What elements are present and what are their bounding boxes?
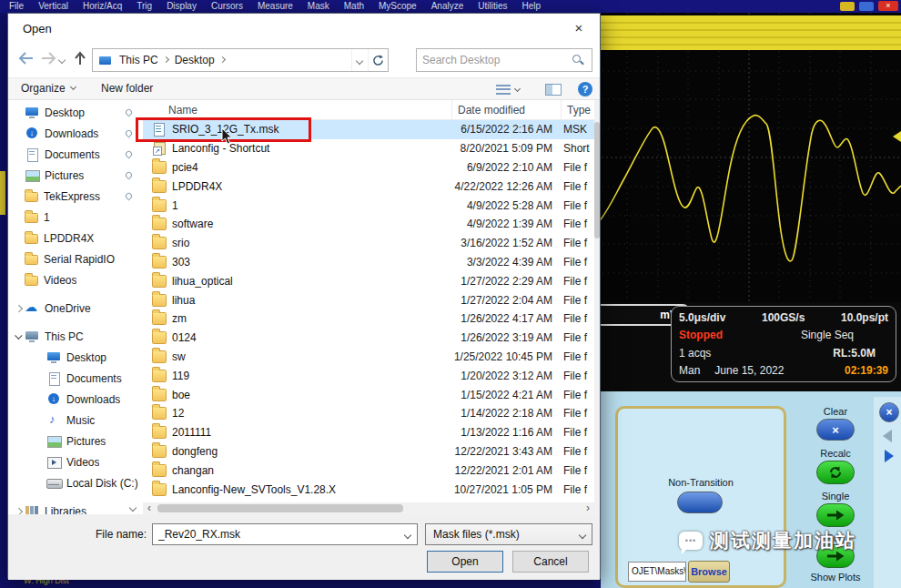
- search-input[interactable]: [417, 54, 572, 66]
- cancel-button[interactable]: Cancel: [512, 551, 589, 573]
- sidebar-item-local-disk-c[interactable]: Local Disk (C:): [8, 472, 141, 493]
- scroll-right-icon[interactable]: ›: [582, 502, 594, 514]
- file-name-input[interactable]: [153, 528, 400, 541]
- address-dropdown-icon[interactable]: [351, 49, 368, 71]
- single-button[interactable]: [816, 503, 855, 527]
- dialog-titlebar[interactable]: Open ×: [8, 14, 600, 43]
- menu-item-cursors[interactable]: Cursors: [204, 0, 250, 13]
- mask-path-field[interactable]: OJET\Masks\P: [628, 562, 686, 582]
- breadcrumb-item-desktop[interactable]: Desktop: [171, 54, 218, 66]
- shortcut-file-icon: [152, 142, 167, 155]
- sidebar-item-serial-rapidio[interactable]: Serial RapidIO: [8, 248, 141, 269]
- file-row-sw[interactable]: sw1/25/2022 10:45 PMFile f: [143, 348, 594, 367]
- breadcrumb-item-this-pc[interactable]: This PC: [116, 54, 162, 66]
- menu-item-utilities[interactable]: Utilities: [471, 0, 514, 13]
- file-row-zm[interactable]: zm1/26/2022 4:17 AMFile f: [143, 309, 594, 329]
- forward-icon[interactable]: [39, 50, 57, 69]
- menu-item-trig[interactable]: Trig: [129, 0, 159, 13]
- menu-item-horiz-acq[interactable]: Horiz/Acq: [76, 0, 129, 13]
- sidebar-item-1[interactable]: 1: [8, 207, 141, 228]
- dialog-close-icon[interactable]: ×: [567, 19, 591, 37]
- sidebar-item-music[interactable]: Music: [8, 410, 141, 431]
- file-row-2011111[interactable]: 20111111/13/2022 1:16 AMFile f: [143, 423, 594, 442]
- sidebar-item-documents[interactable]: Documents: [8, 368, 141, 389]
- file-row-changan[interactable]: changan12/22/2021 2:01 AMFile f: [143, 461, 594, 480]
- sidebar-item-tekexpress[interactable]: TekExpress: [8, 186, 141, 207]
- show-plots-label[interactable]: Show Plots: [795, 572, 876, 583]
- column-header-date-modified[interactable]: Date modified: [452, 100, 562, 120]
- vertical-scrollbar-thumb[interactable]: [594, 122, 600, 238]
- sidebar-item-onedrive[interactable]: OneDrive: [8, 298, 141, 319]
- sidebar-item-videos[interactable]: Videos: [8, 269, 141, 290]
- menu-item-display[interactable]: Display: [159, 0, 204, 13]
- sidebar-item-documents[interactable]: Documents: [8, 144, 141, 165]
- sidebar-item-this-pc[interactable]: This PC: [8, 326, 141, 347]
- new-folder-button[interactable]: New folder: [101, 82, 153, 95]
- view-options-chevron-icon[interactable]: [514, 86, 521, 94]
- up-icon[interactable]: [72, 50, 88, 69]
- file-row-software[interactable]: software4/9/2022 1:39 AMFile f: [143, 215, 594, 234]
- horizontal-scrollbar[interactable]: ‹ ›: [143, 502, 594, 514]
- file-type-dropdown-icon[interactable]: [575, 524, 592, 544]
- file-row-lihua-optical[interactable]: lihua_optical1/27/2022 2:29 AMFile f: [143, 271, 594, 290]
- horizontal-scrollbar-thumb[interactable]: [157, 504, 403, 512]
- scroll-left-icon[interactable]: ‹: [143, 502, 156, 514]
- column-header-type[interactable]: Type: [562, 100, 594, 120]
- file-row-1[interactable]: 14/9/2022 5:28 AMFile f: [143, 196, 594, 215]
- sidebar-scroll-down-icon[interactable]: [128, 504, 137, 513]
- sidebar-item-downloads[interactable]: Downloads: [8, 389, 141, 410]
- open-button[interactable]: Open: [427, 551, 503, 573]
- nav-previous-icon[interactable]: [883, 430, 892, 442]
- file-type-combo[interactable]: Mask files (*.msk): [425, 523, 592, 545]
- refresh-icon[interactable]: [368, 49, 388, 71]
- file-name-dropdown-icon[interactable]: [400, 524, 417, 544]
- file-row-lanconfig-new-svtools-v1-28-x[interactable]: Lanconfig-New_SVTools_V1.28.X10/27/2021 …: [143, 480, 594, 499]
- file-row-srio[interactable]: srio3/16/2022 1:52 AMFile f: [143, 234, 594, 253]
- sidebar-item-lpddr4x[interactable]: LPDDR4X: [8, 228, 141, 248]
- help-icon[interactable]: ?: [578, 82, 592, 96]
- browse-button[interactable]: Browse: [688, 561, 730, 583]
- non-transition-toggle[interactable]: [677, 492, 723, 513]
- preview-pane-icon[interactable]: [545, 84, 562, 96]
- file-row-0124[interactable]: 01241/26/2022 3:19 AMFile f: [143, 329, 594, 348]
- back-icon[interactable]: [17, 50, 35, 69]
- sidebar-item-videos[interactable]: Videos: [8, 451, 141, 472]
- menu-item-file[interactable]: File: [2, 0, 31, 13]
- menu-item-measure[interactable]: Measure: [250, 0, 300, 13]
- organize-button[interactable]: Organize: [21, 82, 77, 95]
- view-options-icon[interactable]: [496, 85, 511, 95]
- menu-item-analyze[interactable]: Analyze: [424, 0, 471, 13]
- collapse-icon[interactable]: [14, 331, 25, 342]
- sidebar-item-desktop[interactable]: Desktop: [8, 102, 141, 123]
- file-row-119[interactable]: 1191/20/2022 3:12 AMFile f: [143, 366, 594, 385]
- vertical-scrollbar[interactable]: [594, 100, 600, 515]
- sidebar-item-pictures[interactable]: Pictures: [8, 431, 141, 451]
- file-row-dongfeng[interactable]: dongfeng12/22/2021 3:43 AMFile f: [143, 442, 594, 461]
- menu-item-myscope[interactable]: MyScope: [371, 0, 424, 13]
- file-row-boe[interactable]: boe1/15/2022 4:21 AMFile f: [143, 385, 594, 404]
- menu-item-vertical[interactable]: Vertical: [31, 0, 76, 13]
- expand-icon[interactable]: [14, 303, 25, 314]
- file-row-12[interactable]: 121/14/2022 2:18 AMFile f: [143, 404, 594, 423]
- clear-button[interactable]: ×: [816, 419, 855, 441]
- file-name-combo[interactable]: [152, 523, 418, 545]
- search-icon[interactable]: [572, 54, 584, 66]
- file-row-303[interactable]: 3033/3/2022 4:39 AMFile f: [143, 253, 594, 272]
- menu-item-mask[interactable]: Mask: [300, 0, 337, 13]
- panel-close-button[interactable]: ×: [879, 402, 899, 422]
- search-box[interactable]: [416, 48, 592, 72]
- file-row-pcie4[interactable]: pcie46/9/2022 2:10 AMFile f: [143, 158, 594, 177]
- sidebar-item-downloads[interactable]: Downloads: [8, 123, 141, 144]
- sidebar-item-pictures[interactable]: Pictures: [8, 165, 141, 186]
- menu-item-help[interactable]: Help: [515, 0, 549, 13]
- menu-item-math[interactable]: Math: [337, 0, 371, 13]
- address-bar[interactable]: This PCDesktop: [92, 48, 389, 72]
- app-close-icon[interactable]: ×: [878, 1, 898, 11]
- nav-next-icon[interactable]: [885, 450, 894, 462]
- sidebar-item-libraries[interactable]: Libraries: [8, 501, 141, 515]
- file-row-lihua[interactable]: lihua1/27/2022 2:04 AMFile f: [143, 290, 594, 309]
- file-row-lpddr4x[interactable]: LPDDR4X4/22/2022 12:26 AMFile f: [143, 177, 594, 196]
- recent-locations-chevron-icon[interactable]: [58, 57, 66, 65]
- sidebar-item-desktop[interactable]: Desktop: [8, 347, 141, 368]
- recalc-button[interactable]: [816, 461, 855, 484]
